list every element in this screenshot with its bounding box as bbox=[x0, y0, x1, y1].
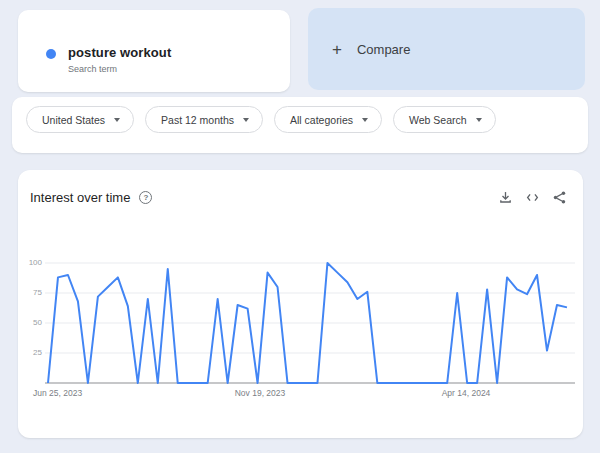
compare-label: Compare bbox=[357, 42, 410, 57]
x-axis-tick: Apr 14, 2024 bbox=[442, 388, 491, 398]
trend-chart[interactable] bbox=[18, 170, 583, 410]
caret-down-icon bbox=[114, 118, 120, 122]
time-range-filter-label: Past 12 months bbox=[161, 114, 234, 126]
caret-down-icon bbox=[243, 118, 249, 122]
y-axis-tick: 100 bbox=[20, 258, 42, 267]
x-axis-tick: Jun 25, 2023 bbox=[33, 388, 82, 398]
search-term-label: posture workout bbox=[68, 45, 171, 60]
x-axis-tick: Nov 19, 2023 bbox=[235, 388, 286, 398]
y-axis-tick: 25 bbox=[20, 348, 42, 357]
search-term-card: posture workout Search term bbox=[18, 10, 290, 92]
series-color-dot bbox=[46, 49, 56, 59]
region-filter-label: United States bbox=[42, 114, 105, 126]
category-filter-label: All categories bbox=[290, 114, 353, 126]
google-trends-page: posture workout Search term + Compare Un… bbox=[0, 0, 600, 453]
gridlines bbox=[45, 263, 575, 353]
region-filter-dropdown[interactable]: United States bbox=[26, 106, 134, 133]
filter-bar: United States Past 12 months All categor… bbox=[12, 97, 588, 153]
search-type-filter-dropdown[interactable]: Web Search bbox=[393, 106, 496, 133]
y-axis-tick: 75 bbox=[20, 288, 42, 297]
plus-icon: + bbox=[332, 41, 342, 58]
y-axis-tick: 50 bbox=[20, 318, 42, 327]
search-term-subtitle: Search term bbox=[68, 64, 117, 74]
caret-down-icon bbox=[476, 118, 482, 122]
category-filter-dropdown[interactable]: All categories bbox=[274, 106, 382, 133]
search-type-filter-label: Web Search bbox=[409, 114, 467, 126]
time-range-filter-dropdown[interactable]: Past 12 months bbox=[145, 106, 263, 133]
add-comparison-button[interactable]: + Compare bbox=[308, 8, 585, 90]
interest-over-time-card: Interest over time ? bbox=[18, 170, 583, 438]
caret-down-icon bbox=[362, 118, 368, 122]
